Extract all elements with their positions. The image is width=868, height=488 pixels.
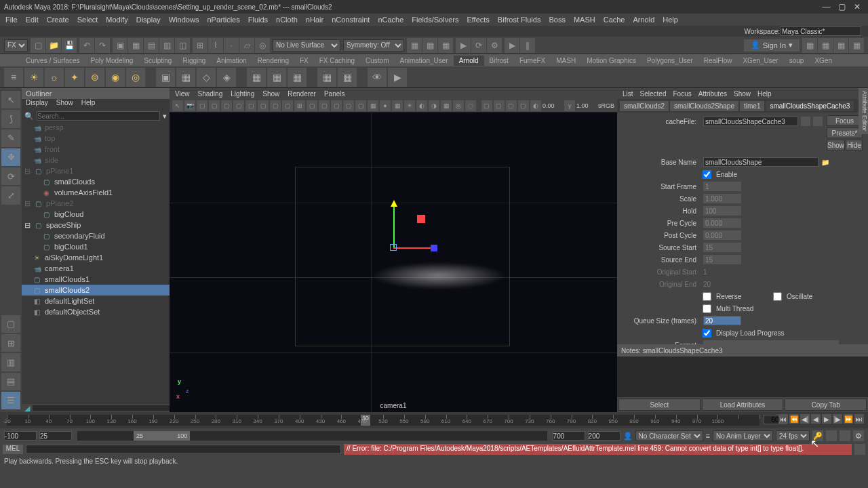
outliner-menu-display[interactable]: Display: [26, 99, 48, 110]
move-tool-icon[interactable]: ✥: [1, 148, 20, 166]
anim-end-field[interactable]: [588, 431, 620, 441]
oscillate-checkbox[interactable]: [773, 292, 782, 301]
step-forward-key-icon[interactable]: ⏩: [844, 414, 853, 424]
render-view-icon[interactable]: 👁: [368, 68, 387, 87]
outliner-item-smallclouds1[interactable]: smallClouds1: [22, 274, 170, 285]
shelf-tab-polygonsuser[interactable]: Polygons_User: [642, 56, 698, 66]
play-forward-icon[interactable]: ▶: [822, 414, 831, 424]
vp-l-icon[interactable]: ▢: [343, 100, 354, 111]
range-slider[interactable]: 25100: [77, 431, 547, 441]
select-tool-icon[interactable]: ↖: [1, 91, 20, 108]
sel-mode-3-icon[interactable]: ▤: [144, 38, 159, 53]
play-backward-icon[interactable]: ◀: [811, 414, 821, 424]
script-editor-icon[interactable]: [854, 444, 865, 455]
sel-mode-4-icon[interactable]: ▥: [159, 38, 174, 53]
vp-ao-icon[interactable]: ◑: [429, 100, 439, 111]
shelf-tab-fxcaching[interactable]: FX Caching: [314, 56, 360, 66]
anim-start-field[interactable]: [4, 431, 37, 441]
timeline-track[interactable]: 60 -201040701001301601902202502803103403…: [7, 415, 760, 426]
menu-bifrostfluids[interactable]: Bifrost Fluids: [498, 16, 541, 24]
outliner-item-pplane2[interactable]: ⊟pPlane2: [22, 198, 170, 209]
menu-display[interactable]: Display: [136, 16, 161, 24]
outliner-item-pplane1[interactable]: ⊟pPlane1: [22, 165, 170, 176]
vp-colorspace[interactable]: sRGB: [598, 102, 614, 109]
node-icon-a[interactable]: [801, 117, 810, 126]
area-light-icon[interactable]: ☼: [45, 68, 64, 87]
menu-boss[interactable]: Boss: [549, 16, 565, 24]
menu-arnold[interactable]: Arnold: [633, 16, 654, 24]
outliner-item-defaultlightset[interactable]: defaultLightSet: [22, 296, 170, 306]
axis-y-icon[interactable]: [393, 207, 395, 247]
load-attributes-button[interactable]: Load Attributes: [702, 399, 784, 411]
menu-select[interactable]: Select: [77, 16, 98, 24]
menu-nparticles[interactable]: nParticles: [207, 16, 239, 24]
vp-iso-icon[interactable]: ◎: [453, 100, 464, 111]
c-icon[interactable]: ▦: [288, 68, 307, 87]
panel-1-icon[interactable]: ▦: [802, 38, 817, 53]
attr-menu-show[interactable]: Show: [734, 90, 751, 98]
menu-mode-select[interactable]: FX: [4, 39, 28, 52]
expand-icon[interactable]: ⊟: [24, 221, 33, 230]
viewport-canvas[interactable]: y z x camera1: [170, 113, 617, 412]
go-end-icon[interactable]: ⏭: [854, 414, 864, 424]
shelf-tab-xgenuser[interactable]: XGen_User: [737, 56, 783, 66]
base-name-field[interactable]: [703, 157, 818, 167]
viewport-menu-panels[interactable]: Panels: [324, 90, 345, 98]
outliner-item-aiskydomelight1[interactable]: aiSkyDomeLight1: [22, 252, 170, 263]
command-input[interactable]: [26, 445, 341, 454]
notes-body[interactable]: [617, 357, 868, 397]
viewport-menu-shading[interactable]: Shading: [198, 90, 223, 98]
axis-x-icon[interactable]: [393, 247, 434, 249]
vp-h-icon[interactable]: ▢: [282, 100, 293, 111]
pause-icon[interactable]: ‖: [520, 38, 535, 53]
search-dropdown-icon[interactable]: ▾: [163, 112, 167, 121]
vp-sel-icon[interactable]: ↖: [172, 100, 183, 111]
expand-icon[interactable]: ⊟: [24, 199, 33, 208]
attr-tab-smallclouds2shape[interactable]: smallClouds2Shape: [670, 101, 738, 111]
ipr-icon[interactable]: ⟳: [471, 38, 486, 53]
layout-out-icon[interactable]: ▤: [1, 373, 20, 390]
viewport-menu-show[interactable]: Show: [262, 90, 279, 98]
shelf-tab-animation[interactable]: Animation: [211, 56, 252, 66]
vp-o-icon[interactable]: ▢: [494, 100, 505, 111]
menu-nconstraint[interactable]: nConstraint: [332, 16, 370, 24]
render-icon[interactable]: ▶: [456, 38, 471, 53]
new-scene-icon[interactable]: ▢: [31, 38, 45, 53]
attr-tab-smallclouds2[interactable]: smallClouds2: [620, 101, 669, 111]
volume-icon[interactable]: ▦: [176, 68, 195, 87]
outliner-item-smallclouds[interactable]: smallClouds: [22, 176, 170, 187]
source-start-field[interactable]: [703, 243, 741, 252]
menu-modify[interactable]: Modify: [106, 16, 127, 24]
viewport-menu-renderer[interactable]: Renderer: [288, 90, 316, 98]
outliner-item-bigcloud1[interactable]: bigCloud1: [22, 241, 170, 252]
lasso-tool-icon[interactable]: ⟆: [1, 110, 20, 127]
outliner-item-defaultobjectset[interactable]: defaultObjectSet: [22, 306, 170, 317]
live-surface-select[interactable]: No Live Surface: [273, 39, 340, 52]
attr-tab-smallcloudsshapecache3[interactable]: smallCloudsShapeCache3: [766, 101, 854, 111]
outliner-item-bigcloud[interactable]: bigCloud: [22, 209, 170, 220]
shelf-tab-custom[interactable]: Custom: [360, 56, 394, 66]
outliner-menu-show[interactable]: Show: [56, 99, 73, 110]
menu-fluids[interactable]: Fluids: [248, 16, 268, 24]
plane-yz-icon[interactable]: [417, 215, 425, 223]
sign-in-button[interactable]: 👤Sign In▾: [744, 39, 800, 52]
panel-4-icon[interactable]: ▦: [849, 38, 864, 53]
vp-wire-icon[interactable]: ▦: [368, 100, 378, 111]
show-button[interactable]: Show: [827, 140, 845, 150]
char-set-icon[interactable]: 👤: [623, 432, 633, 441]
vp-a-icon[interactable]: ▢: [197, 100, 208, 111]
maximize-button[interactable]: ▢: [835, 2, 848, 12]
shelf-tab-polymodeling[interactable]: Poly Modeling: [85, 56, 138, 66]
vp-shade-icon[interactable]: ●: [380, 100, 391, 111]
curve-collector-icon[interactable]: ◇: [197, 68, 216, 87]
hide-button[interactable]: Hide: [846, 140, 863, 150]
fps-select[interactable]: 24 fps: [776, 430, 810, 441]
shelf-tab-realflow[interactable]: RealFlow: [698, 56, 738, 66]
vp-light-icon[interactable]: ☀: [404, 100, 415, 111]
skydome-light-icon[interactable]: ☀: [24, 68, 43, 87]
step-back-key-icon[interactable]: ⏪: [789, 414, 799, 424]
proc-icon[interactable]: ◈: [217, 68, 236, 87]
outliner-item-top[interactable]: top: [22, 133, 170, 144]
vp-aa-icon[interactable]: ▦: [441, 100, 452, 111]
playback-end-field[interactable]: [553, 431, 585, 441]
